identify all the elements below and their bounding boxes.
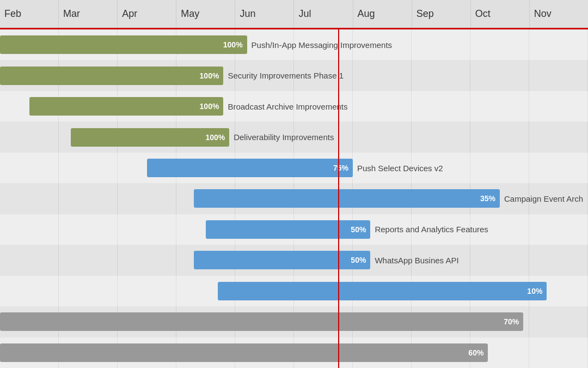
gantt-row-row1: 100%Push/In-App Messaging Improvements [0, 29, 588, 60]
month-cell-apr: Apr [118, 0, 176, 28]
gantt-row-row6: 35%Campaign Event Arch [0, 183, 588, 214]
bar-label-row2: Security Improvements Phase 1 [228, 71, 344, 80]
month-cell-may: May [176, 0, 235, 28]
month-header: FebMarAprMayJunJulAugSepOctNov [0, 0, 588, 29]
month-cell-feb: Feb [0, 0, 59, 28]
month-cell-jun: Jun [235, 0, 294, 28]
bar-row7: 50% [206, 220, 370, 239]
gantt-row-row9: 10% [0, 276, 588, 306]
gantt-row-row3: 100%Broadcast Archive Improvements [0, 91, 588, 122]
bar-row2: 100% [0, 67, 223, 85]
today-line [338, 29, 339, 368]
bar-wrapper-row7: 50%Reports and Analytics Features [206, 220, 370, 239]
month-cell-nov: Nov [530, 0, 588, 28]
gantt-row-row2: 100%Security Improvements Phase 1 [0, 60, 588, 91]
bar-row3: 100% [29, 97, 223, 116]
bar-wrapper-row11: 60% [0, 343, 488, 362]
gantt-row-row11: 60% [0, 337, 588, 368]
bar-wrapper-row2: 100%Security Improvements Phase 1 [0, 67, 223, 85]
month-cell-mar: Mar [59, 0, 118, 28]
bar-label-row3: Broadcast Archive Improvements [228, 102, 347, 111]
bar-row9: 10% [218, 282, 547, 300]
gantt-rows: 100%Push/In-App Messaging Improvements10… [0, 29, 588, 368]
month-cell-aug: Aug [353, 0, 412, 28]
bar-label-row7: Reports and Analytics Features [375, 225, 488, 234]
bar-row5: 75% [147, 159, 353, 177]
gantt-body: 100%Push/In-App Messaging Improvements10… [0, 29, 588, 368]
bar-wrapper-row1: 100%Push/In-App Messaging Improvements [0, 35, 247, 54]
bar-wrapper-row10: 70% [0, 312, 523, 331]
month-cell-sep: Sep [412, 0, 471, 28]
bar-row4: 100% [71, 128, 230, 147]
bar-wrapper-row4: 100%Deliverability Improvements [71, 128, 230, 147]
gantt-row-row4: 100%Deliverability Improvements [0, 122, 588, 152]
gantt-row-row5: 75%Push Select Devices v2 [0, 153, 588, 183]
bar-row10: 70% [0, 312, 523, 331]
gantt-row-row8: 50%WhatsApp Busines API [0, 245, 588, 275]
bar-wrapper-row3: 100%Broadcast Archive Improvements [29, 97, 223, 116]
bar-row8: 50% [194, 251, 370, 269]
bar-label-row8: WhatsApp Busines API [375, 256, 458, 265]
bar-label-row4: Deliverability Improvements [234, 132, 334, 142]
bar-label-row6: Campaign Event Arch [504, 194, 583, 203]
gantt-chart: FebMarAprMayJunJulAugSepOctNov 100%Push/… [0, 0, 588, 368]
bar-label-row1: Push/In-App Messaging Improvements [252, 40, 392, 50]
month-cell-oct: Oct [471, 0, 530, 28]
bar-wrapper-row5: 75%Push Select Devices v2 [147, 159, 353, 177]
gantt-row-row7: 50%Reports and Analytics Features [0, 214, 588, 245]
gantt-row-row10: 70% [0, 306, 588, 337]
bar-row6: 35% [194, 189, 500, 208]
bar-row11: 60% [0, 343, 488, 362]
bar-wrapper-row8: 50%WhatsApp Busines API [194, 251, 370, 269]
bar-row1: 100% [0, 35, 247, 54]
bar-wrapper-row9: 10% [218, 282, 547, 300]
bar-label-row5: Push Select Devices v2 [357, 164, 443, 173]
bar-wrapper-row6: 35%Campaign Event Arch [194, 189, 500, 208]
month-cell-jul: Jul [294, 0, 353, 28]
